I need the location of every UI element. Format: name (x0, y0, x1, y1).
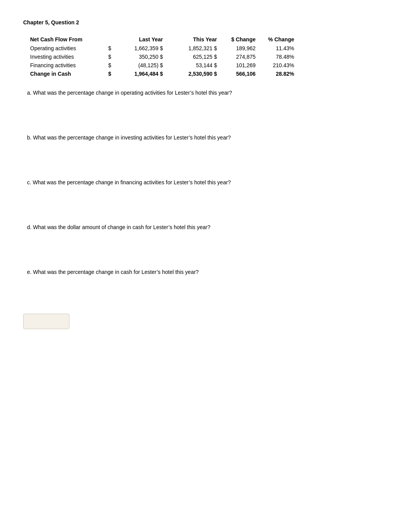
row-label: Financing activities (27, 61, 104, 70)
row-pct-change: 11.43% (259, 44, 297, 53)
cash-flow-table: Net Cash Flow From Last Year This Year $… (27, 35, 297, 78)
question-a-text: a. What was the percentage change in ope… (27, 90, 383, 96)
question-b: b. What was the percentage change in inv… (23, 134, 387, 141)
question-c: c. What was the percentage change in fin… (23, 179, 387, 185)
header-dollar-sign (104, 35, 112, 44)
question-a: a. What was the percentage change in ope… (23, 90, 387, 96)
page-title: Chapter 5, Question 2 (23, 19, 387, 25)
header-label: Net Cash Flow From (27, 35, 104, 44)
row-label: Operating activities (27, 44, 104, 53)
row-last-year: (48,125) $ (112, 61, 166, 70)
header-pct-change: % Change (259, 35, 297, 44)
row-label: Investing activities (27, 53, 104, 61)
row-pct-change: 28.82% (259, 70, 297, 78)
row-dollar-change: 189,962 (220, 44, 259, 53)
row-dollar-change: 101,269 (220, 61, 259, 70)
row-dollar-change: 274,875 (220, 53, 259, 61)
question-b-text: b. What was the percentage change in inv… (27, 134, 383, 141)
row-dollar-sign: $ (104, 44, 112, 53)
bottom-box (23, 314, 69, 329)
row-this-year: 1,852,321 $ (166, 44, 220, 53)
table-row: Operating activities$1,662,359 $1,852,32… (27, 44, 297, 53)
row-this-year: 2,530,590 $ (166, 70, 220, 78)
question-d: d. What was the dollar amount of change … (23, 224, 387, 230)
question-e: e. What was the percentage change in cas… (23, 269, 387, 275)
table-row: Change in Cash$1,964,484 $2,530,590 $566… (27, 70, 297, 78)
header-last-year: Last Year (112, 35, 166, 44)
row-dollar-sign: $ (104, 53, 112, 61)
header-dollar-change: $ Change (220, 35, 259, 44)
table-row: Financing activities$(48,125) $53,144 $1… (27, 61, 297, 70)
question-c-text: c. What was the percentage change in fin… (27, 179, 383, 185)
questions-container: a. What was the percentage change in ope… (23, 90, 387, 275)
question-d-text: d. What was the dollar amount of change … (27, 224, 383, 230)
row-dollar-sign: $ (104, 61, 112, 70)
row-pct-change: 78.48% (259, 53, 297, 61)
row-this-year: 53,144 $ (166, 61, 220, 70)
row-last-year: 350,250 $ (112, 53, 166, 61)
question-e-text: e. What was the percentage change in cas… (27, 269, 383, 275)
row-last-year: 1,964,484 $ (112, 70, 166, 78)
row-last-year: 1,662,359 $ (112, 44, 166, 53)
row-this-year: 625,125 $ (166, 53, 220, 61)
row-pct-change: 210.43% (259, 61, 297, 70)
table-container: Net Cash Flow From Last Year This Year $… (23, 35, 387, 78)
header-this-year: This Year (166, 35, 220, 44)
row-label: Change in Cash (27, 70, 104, 78)
row-dollar-change: 566,106 (220, 70, 259, 78)
row-dollar-sign: $ (104, 70, 112, 78)
table-row: Investing activities$350,250 $625,125 $2… (27, 53, 297, 61)
